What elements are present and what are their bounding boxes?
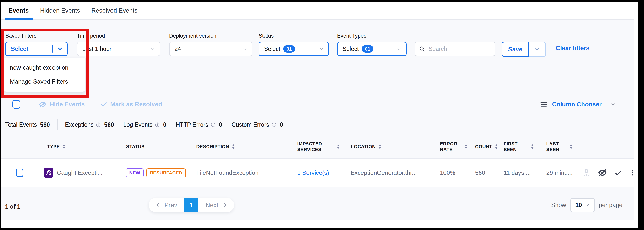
resolve-event-icon[interactable] [614, 169, 622, 177]
select-divider [52, 45, 53, 53]
next-page-button[interactable]: Next [198, 198, 234, 212]
sort-icon[interactable] [336, 144, 340, 149]
hamburger-icon [540, 101, 548, 108]
status-badge-resurfaced: RESURFACED [146, 168, 186, 177]
saved-filters-dropdown: new-caught-exception Manage Saved Filter… [4, 58, 86, 92]
column-header-impacted-services[interactable]: IMPACTED SERVICES [290, 141, 342, 153]
search-icon [419, 46, 425, 52]
row-checkbox[interactable] [16, 169, 23, 177]
column-header-type[interactable]: TYPE [30, 144, 120, 149]
stat-total-events: Total Events 560 [5, 121, 50, 128]
column-label: DESCRIPTION [196, 144, 229, 149]
column-header-location[interactable]: LOCATION [342, 144, 432, 149]
column-header-count[interactable]: COUNT [469, 144, 498, 149]
column-header-error-rate[interactable]: ERROR RATE [432, 141, 469, 153]
column-header-last-seen[interactable]: LAST SEEN [536, 141, 574, 153]
search-box[interactable] [414, 42, 495, 56]
info-icon[interactable] [96, 122, 101, 127]
chevron-down-icon [610, 101, 616, 107]
saved-filters-value: Select [6, 46, 28, 52]
chevron-down-icon [150, 46, 156, 52]
stat-log-events: Log Events 0 [123, 121, 166, 128]
info-icon[interactable] [272, 122, 276, 127]
tab-bar: Events Hidden Events Resolved Events [1, 2, 638, 20]
sort-icon[interactable] [378, 144, 382, 149]
save-dropdown-button[interactable] [529, 42, 546, 57]
stat-value: 0 [280, 121, 283, 128]
hide-events-button[interactable]: Hide Events [39, 100, 85, 108]
hide-event-icon[interactable] [598, 168, 607, 177]
save-button[interactable]: Save [502, 42, 529, 57]
sort-icon[interactable] [494, 144, 498, 149]
active-tab-underline [4, 18, 33, 20]
location-text: ExceptionGenerator.thr... [351, 169, 417, 176]
info-icon[interactable] [210, 122, 216, 127]
table-header: TYPE STATUS DESCRIPTION IMPACTED SERVICE… [5, 135, 631, 158]
bulk-actions-row: Hide Events Mark as Resolved Column Choo… [1, 98, 638, 110]
first-seen-cell: 11 days ... [498, 169, 536, 176]
current-page-button[interactable]: 1 [184, 198, 198, 212]
dropdown-item-manage-saved-filters[interactable]: Manage Saved Filters [4, 75, 86, 89]
info-icon[interactable] [155, 122, 160, 127]
save-split-button: Save [502, 42, 546, 57]
hide-events-label: Hide Events [50, 101, 85, 108]
status-count-badge: 01 [283, 45, 295, 53]
time-period-label: Time period [77, 33, 160, 39]
chevron-down-icon [534, 46, 540, 52]
check-icon [100, 101, 108, 108]
description-text: FileNotFoundException [196, 169, 258, 176]
count-cell: 560 [469, 169, 498, 176]
clear-filters-link[interactable]: Clear filters [556, 45, 590, 52]
stats-row: Total Events 560 Exceptions 560 Log Even… [5, 118, 283, 132]
deployment-version-select[interactable]: 24 [169, 42, 252, 56]
error-rate-cell: 100% [432, 169, 469, 176]
sort-icon[interactable] [232, 144, 235, 149]
search-input[interactable] [428, 45, 487, 53]
column-label: TYPE [47, 144, 60, 149]
deployment-version-value: 24 [170, 46, 181, 52]
search-group [414, 42, 495, 56]
tab-events[interactable]: Events [8, 7, 29, 14]
event-types-count-badge: 01 [362, 45, 374, 53]
column-header-description[interactable]: DESCRIPTION [190, 144, 290, 149]
count-text: 560 [475, 169, 485, 176]
column-chooser-button[interactable]: Column Chooser [540, 98, 616, 110]
dropdown-item-saved-filter[interactable]: new-caught-exception [4, 61, 86, 75]
column-label: FIRST SEEN [504, 141, 528, 153]
page-size-select[interactable]: 10 [570, 198, 595, 212]
scrollbar-gutter[interactable] [634, 2, 638, 228]
mark-resolved-label: Mark as Resolved [110, 101, 162, 108]
sort-icon[interactable] [464, 144, 468, 149]
saved-filters-select[interactable]: Select [5, 42, 68, 56]
stat-value: 0 [219, 121, 222, 128]
status-select[interactable]: Select 01 [258, 42, 329, 56]
status-value: Select [259, 46, 280, 52]
sort-icon[interactable] [530, 144, 534, 149]
event-types-select[interactable]: Select 01 [337, 42, 406, 56]
column-header-status[interactable]: STATUS [120, 144, 190, 149]
sort-icon[interactable] [569, 144, 573, 149]
stat-label: HTTP Errors [176, 121, 208, 128]
chevron-down-icon [396, 46, 402, 52]
time-period-select[interactable]: Last 1 hour [77, 42, 160, 56]
select-all-checkbox[interactable] [12, 100, 20, 109]
impacted-services-link[interactable]: 1 Service(s) [297, 169, 329, 176]
prev-page-button[interactable]: Prev [149, 198, 184, 212]
stat-http-errors: HTTP Errors 0 [176, 121, 222, 128]
divider [57, 119, 58, 130]
column-header-first-seen[interactable]: FIRST SEEN [498, 141, 536, 153]
page-size-control: Show 10 per page [551, 198, 622, 212]
impact-graph-icon[interactable] [582, 168, 591, 177]
sort-icon[interactable] [62, 144, 66, 149]
table-row[interactable]: Caught Excepti... NEW RESURFACED FileNot… [1, 158, 638, 187]
stat-label: Exceptions [65, 121, 94, 128]
tab-hidden-events[interactable]: Hidden Events [40, 7, 80, 14]
column-chooser-label: Column Chooser [552, 101, 602, 108]
error-rate-text: 100% [440, 169, 455, 176]
tab-resolved-events[interactable]: Resolved Events [92, 7, 138, 14]
event-types-value: Select [338, 46, 359, 52]
bottom-strip [1, 220, 638, 228]
first-seen-text: 11 days ... [504, 169, 531, 176]
mark-resolved-button[interactable]: Mark as Resolved [100, 101, 162, 108]
location-cell: ExceptionGenerator.thr... [342, 169, 432, 176]
